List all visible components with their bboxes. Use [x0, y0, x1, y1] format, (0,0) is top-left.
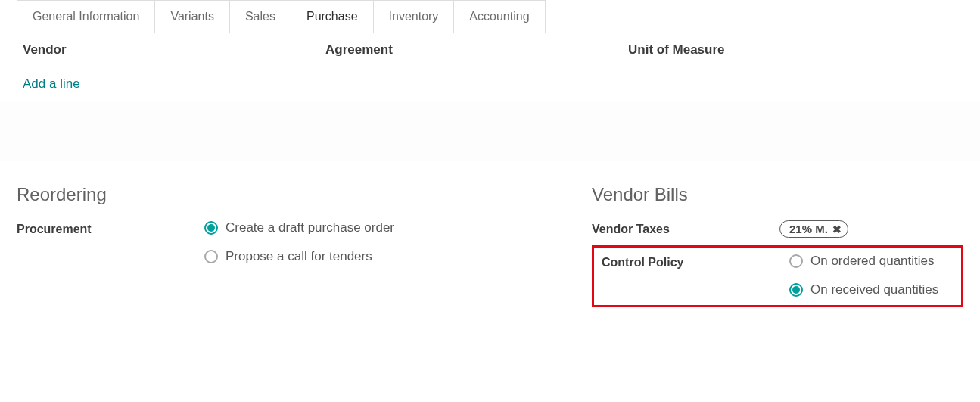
radio-on-ordered-quantities[interactable]: On ordered quantities [789, 254, 954, 269]
reordering-section: Reordering Procurement Create a draft pu… [17, 184, 562, 307]
tab-accounting[interactable]: Accounting [453, 0, 545, 33]
tab-purchase[interactable]: Purchase [291, 0, 374, 33]
radio-icon [789, 283, 803, 297]
vendor-taxes-row: Vendor Taxes 21% M. ✖ [592, 220, 963, 238]
radio-icon [204, 250, 218, 263]
radio-label: Create a draft purchase order [226, 220, 394, 235]
column-header-vendor: Vendor [23, 42, 325, 58]
procurement-row: Procurement Create a draft purchase orde… [17, 220, 562, 264]
control-policy-radio-group: On ordered quantities On received quanti… [789, 254, 954, 298]
close-icon[interactable]: ✖ [832, 223, 842, 235]
tab-variants[interactable]: Variants [154, 0, 230, 33]
radio-label: On ordered quantities [810, 254, 935, 269]
control-policy-row: Control Policy On ordered quantities On … [602, 254, 954, 298]
column-header-unit: Unit of Measure [628, 42, 957, 58]
control-policy-label: Control Policy [602, 254, 789, 270]
reordering-title: Reordering [17, 184, 562, 205]
vendor-table-header: Vendor Agreement Unit of Measure [0, 33, 980, 67]
tab-sales[interactable]: Sales [229, 0, 291, 33]
tab-inventory[interactable]: Inventory [373, 0, 455, 33]
vendor-bills-title: Vendor Bills [592, 184, 963, 205]
tabs-bar: General Information Variants Sales Purch… [0, 0, 980, 33]
vendor-taxes-label: Vendor Taxes [592, 220, 779, 236]
radio-label: Propose a call for tenders [226, 249, 372, 264]
spacer [0, 101, 980, 161]
radio-label: On received quantities [810, 282, 938, 298]
column-header-agreement: Agreement [325, 42, 628, 58]
radio-call-for-tenders[interactable]: Propose a call for tenders [204, 249, 562, 264]
tax-tag[interactable]: 21% M. ✖ [779, 220, 848, 238]
radio-create-draft-po[interactable]: Create a draft purchase order [204, 220, 562, 235]
radio-icon [789, 254, 803, 268]
procurement-radio-group: Create a draft purchase order Propose a … [204, 220, 562, 264]
radio-icon [204, 221, 218, 235]
vendor-bills-section: Vendor Bills Vendor Taxes 21% M. ✖ Contr… [592, 184, 963, 307]
add-line-link[interactable]: Add a line [0, 67, 980, 101]
tax-tag-label: 21% M. [789, 223, 828, 235]
control-policy-highlight: Control Policy On ordered quantities On … [592, 245, 963, 307]
tab-general-information[interactable]: General Information [17, 0, 155, 33]
lower-panel: Reordering Procurement Create a draft pu… [0, 161, 980, 315]
procurement-label: Procurement [17, 220, 204, 236]
radio-on-received-quantities[interactable]: On received quantities [789, 282, 954, 298]
